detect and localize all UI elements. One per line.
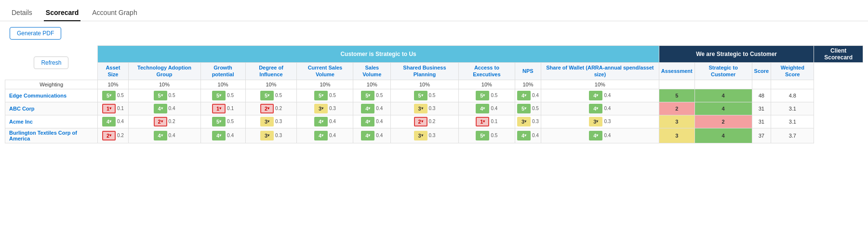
score-dropdown-chevron[interactable]: ▾: [109, 119, 111, 124]
header-we-strategic: We are Strategic to Customer: [659, 46, 814, 63]
table-row: ABC Corp1▾0.14▾0.41▾0.12▾0.23▾0.34▾0.43▾…: [5, 102, 863, 115]
score-dropdown-chevron[interactable]: ▾: [596, 119, 598, 124]
score-dropdown-chevron[interactable]: ▾: [267, 106, 269, 111]
tab-details[interactable]: Details: [10, 5, 34, 21]
customer-name[interactable]: ABC Corp: [5, 102, 98, 115]
score-dropdown-chevron[interactable]: ▾: [267, 93, 269, 98]
col-tech-adoption: Technology Adoption Group: [128, 63, 200, 80]
score-cell: 4▾0.4: [128, 102, 200, 115]
score-dropdown-chevron[interactable]: ▾: [368, 119, 370, 124]
tab-scorecard[interactable]: Scorecard: [44, 5, 80, 21]
col-growth: Growth potential: [200, 63, 245, 80]
score-cell: 3▾0.3: [245, 128, 297, 143]
score-dropdown-chevron[interactable]: ▾: [109, 93, 111, 98]
score-cell: 4▾0.4: [353, 102, 391, 115]
score-dropdown-chevron[interactable]: ▾: [161, 119, 163, 124]
score-dropdown-chevron[interactable]: ▾: [219, 93, 221, 98]
toolbar: Generate PDF: [0, 21, 868, 45]
strategic-cell: 4: [694, 89, 752, 102]
assessment-cell: 3: [659, 115, 694, 128]
score-dropdown-chevron[interactable]: ▾: [524, 93, 526, 98]
score-dropdown-chevron[interactable]: ▾: [161, 93, 163, 98]
score-dropdown-chevron[interactable]: ▾: [219, 106, 221, 111]
customer-name[interactable]: Edge Communications: [5, 89, 98, 102]
w-assess: [659, 80, 694, 89]
score-dropdown-chevron[interactable]: ▾: [596, 106, 598, 111]
score-dropdown-chevron[interactable]: ▾: [483, 133, 485, 138]
score-dropdown-chevron[interactable]: ▾: [483, 106, 485, 111]
score-dropdown-chevron[interactable]: ▾: [321, 119, 323, 124]
score-cell: 4▾0.4: [515, 89, 541, 102]
tab-bar: Details Scorecard Account Graph: [0, 0, 868, 21]
tab-account-graph[interactable]: Account Graph: [90, 5, 139, 21]
score-dropdown-chevron[interactable]: ▾: [524, 133, 526, 138]
score-dropdown-chevron[interactable]: ▾: [483, 119, 485, 124]
generate-pdf-button[interactable]: Generate PDF: [10, 27, 61, 40]
score-dropdown-chevron[interactable]: ▾: [161, 106, 163, 111]
score-dropdown-chevron[interactable]: ▾: [267, 133, 269, 138]
w5: 10%: [297, 80, 353, 89]
score-cell: 4▾0.4: [541, 89, 659, 102]
weighting-label: Weighting: [5, 80, 98, 89]
score-dropdown-chevron[interactable]: ▾: [421, 106, 423, 111]
weighted-score: 3.7: [771, 128, 814, 143]
total-score: 31: [752, 102, 771, 115]
score-dropdown-chevron[interactable]: ▾: [421, 93, 423, 98]
score-cell: 2▾0.2: [391, 115, 459, 128]
w7: 10%: [391, 80, 459, 89]
score-dropdown-chevron[interactable]: ▾: [368, 133, 370, 138]
w-weighted: [771, 80, 814, 89]
score-dropdown-chevron[interactable]: ▾: [596, 93, 598, 98]
score-cell: 5▾0.5: [200, 115, 245, 128]
col-share-wallet: Share of Wallet (ARRA-annual spend/asset…: [541, 63, 659, 80]
score-dropdown-chevron[interactable]: ▾: [321, 93, 323, 98]
score-dropdown-chevron[interactable]: ▾: [524, 106, 526, 111]
score-dropdown-chevron[interactable]: ▾: [483, 93, 485, 98]
score-cell: 4▾0.4: [297, 115, 353, 128]
score-cell: 3▾0.3: [391, 102, 459, 115]
score-cell: 1▾0.1: [458, 115, 515, 128]
score-dropdown-chevron[interactable]: ▾: [161, 133, 163, 138]
score-cell: 4▾0.4: [297, 128, 353, 143]
refresh-button[interactable]: Refresh: [34, 56, 68, 69]
col-access-exec: Access to Executives: [458, 63, 515, 80]
score-cell: 4▾0.4: [98, 115, 128, 128]
score-cell: 1▾0.1: [98, 102, 128, 115]
score-dropdown-chevron[interactable]: ▾: [524, 119, 526, 124]
score-cell: 2▾0.2: [245, 102, 297, 115]
score-dropdown-chevron[interactable]: ▾: [321, 106, 323, 111]
col-score: Score: [752, 63, 771, 80]
score-dropdown-chevron[interactable]: ▾: [109, 106, 111, 111]
score-dropdown-chevron[interactable]: ▾: [368, 93, 370, 98]
score-cell: 5▾0.5: [200, 89, 245, 102]
customer-name[interactable]: Burlington Textiles Corp of America: [5, 128, 98, 143]
score-dropdown-chevron[interactable]: ▾: [368, 106, 370, 111]
weighted-score: 3.1: [771, 102, 814, 115]
customer-name[interactable]: Acme Inc: [5, 115, 98, 128]
score-dropdown-chevron[interactable]: ▾: [219, 133, 221, 138]
w4: 10%: [245, 80, 297, 89]
score-cell: 4▾0.4: [353, 115, 391, 128]
score-dropdown-chevron[interactable]: ▾: [421, 119, 423, 124]
w-strategic: [694, 80, 752, 89]
score-cell: 1▾0.1: [200, 102, 245, 115]
strategic-cell: 4: [694, 128, 752, 143]
score-dropdown-chevron[interactable]: ▾: [321, 133, 323, 138]
score-dropdown-chevron[interactable]: ▾: [421, 133, 423, 138]
col-asset-size: Asset Size: [98, 63, 128, 80]
assessment-cell: 3: [659, 128, 694, 143]
score-cell: 5▾0.5: [353, 89, 391, 102]
table-row: Burlington Textiles Corp of America2▾0.2…: [5, 128, 863, 143]
score-dropdown-chevron[interactable]: ▾: [109, 133, 111, 138]
col-weighted-score: Weighted Score: [771, 63, 814, 80]
score-cell: 3▾0.3: [297, 102, 353, 115]
score-cell: 5▾0.5: [245, 89, 297, 102]
score-cell: 4▾0.4: [541, 102, 659, 115]
score-dropdown-chevron[interactable]: ▾: [219, 119, 221, 124]
w3: 10%: [200, 80, 245, 89]
score-cell: 4▾0.4: [200, 128, 245, 143]
score-cell: 4▾0.4: [458, 102, 515, 115]
score-dropdown-chevron[interactable]: ▾: [267, 119, 269, 124]
table-wrapper: Refresh Customer is Strategic to Us We a…: [0, 45, 868, 148]
score-dropdown-chevron[interactable]: ▾: [596, 133, 598, 138]
